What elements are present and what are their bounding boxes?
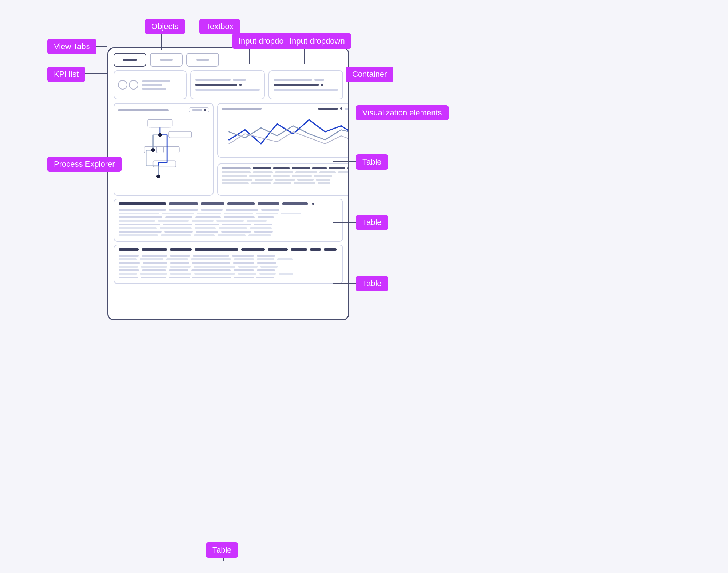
container-label: Container	[346, 67, 393, 82]
full-table-2-row-2	[119, 258, 338, 260]
right-viz-section	[217, 103, 349, 196]
kpi-circle-1	[118, 80, 127, 90]
viz-elements-label: Visualization elements	[356, 105, 449, 120]
view-tabs-label: View Tabs	[47, 39, 96, 54]
middle-section	[108, 103, 348, 196]
th-dark-4	[312, 167, 327, 169]
svg-rect-2	[169, 131, 192, 138]
input-dd2-line1	[274, 79, 312, 81]
filter-dot	[204, 109, 206, 111]
viz-controls	[318, 107, 349, 110]
input-dd1-row1	[195, 79, 260, 81]
small-table-box	[217, 163, 349, 196]
full-table-2-row-1	[119, 255, 338, 257]
full-table-1-row-6	[119, 227, 338, 229]
kpi-line-1	[142, 80, 170, 82]
tabs-row	[108, 48, 348, 67]
process-filter[interactable]	[189, 107, 209, 112]
full-table-1-row-7	[119, 231, 338, 233]
full-table-1-row-1	[119, 209, 338, 211]
full-table-1-row-5	[119, 224, 338, 225]
input-dd2-dark	[274, 84, 319, 86]
svg-rect-8	[148, 119, 172, 127]
kpi-input-row	[108, 67, 348, 103]
kpi-list-label: KPI list	[47, 67, 85, 82]
line-chart-box	[217, 103, 349, 158]
textbox-label: Textbox	[199, 19, 240, 34]
process-header	[118, 107, 209, 112]
input-dd1-line1	[195, 79, 231, 81]
tab-3[interactable]	[186, 53, 219, 67]
full-table-2-header	[119, 248, 338, 252]
small-table-header	[222, 167, 349, 169]
input-dropdown-box-2[interactable]	[268, 70, 343, 99]
process-title-line	[118, 109, 169, 111]
tab-2-bar	[160, 59, 173, 61]
full-table-2-row-7	[119, 277, 338, 278]
filter-bar	[192, 109, 202, 111]
full-table-1	[114, 199, 343, 242]
th-dot	[347, 167, 349, 169]
input-dd1-dot	[239, 84, 242, 86]
table1-connector	[333, 161, 356, 162]
small-table-row-2	[222, 175, 349, 177]
objects-label: Objects	[145, 19, 185, 34]
full-table-2-row-4	[119, 266, 338, 268]
full-table-1-row-4	[119, 220, 338, 222]
table-1-label: Table	[356, 154, 388, 170]
input-dd1-row2	[195, 84, 260, 86]
th-dark-3	[292, 167, 310, 169]
line-chart-svg	[222, 112, 349, 152]
kpi-circles	[118, 80, 138, 90]
kpi-circle-2	[129, 80, 138, 90]
input-dd1-full	[195, 89, 260, 91]
th-dark-1	[253, 167, 271, 169]
input-dd2-dot	[321, 84, 323, 86]
svg-point-9	[158, 133, 162, 137]
full-table-2-row-5	[119, 269, 338, 271]
input-dropdown-2-label: Input dropdown	[283, 33, 351, 49]
full-table-1-row-8	[119, 234, 338, 236]
kpi-list-connector	[83, 73, 107, 74]
viz-title-line	[222, 108, 262, 110]
dashboard-card	[107, 47, 349, 320]
small-table-row-3	[222, 179, 349, 181]
svg-rect-4	[156, 147, 179, 153]
svg-point-11	[156, 175, 160, 178]
tab-1-bar	[123, 59, 137, 61]
viz-ctrl-dot	[340, 107, 342, 110]
input-dd1-dark	[195, 84, 237, 86]
table2-connector	[333, 222, 356, 223]
table3-connector	[333, 283, 356, 284]
tab-3-bar	[196, 59, 209, 61]
full-table-2	[114, 245, 343, 284]
viz-ctrl-line1	[318, 108, 338, 110]
full-table-1-row-2	[119, 213, 338, 214]
input-dd2-row2	[274, 84, 338, 86]
table-3-label: Table	[356, 276, 388, 291]
tab-1[interactable]	[114, 53, 146, 67]
small-table-row-1	[222, 171, 349, 173]
svg-point-10	[151, 148, 155, 152]
kpi-lines	[142, 80, 182, 90]
tab-2[interactable]	[150, 53, 183, 67]
process-explorer-label: Process Explorer	[47, 157, 122, 172]
viz-ctrl-line2	[345, 108, 349, 110]
input-dd2-full	[274, 89, 338, 91]
full-table-2-row-3	[119, 262, 338, 264]
table-2-label: Table	[356, 215, 388, 230]
th-gray-1	[222, 167, 251, 169]
kpi-line-2	[142, 84, 162, 86]
th-dark-2	[273, 167, 290, 169]
process-flow-svg	[118, 115, 209, 188]
full-table-1-row-3	[119, 216, 338, 218]
small-table-row-4	[222, 182, 349, 184]
kpi-box	[114, 70, 187, 99]
th-dark-5	[329, 167, 345, 169]
input-dropdown-box-1[interactable]	[190, 70, 265, 99]
input-dd2-line2	[314, 79, 324, 81]
full-table-1-header	[119, 202, 338, 206]
viz-header	[222, 107, 349, 110]
process-explorer-box	[114, 103, 214, 196]
viz-connector	[332, 112, 356, 112]
